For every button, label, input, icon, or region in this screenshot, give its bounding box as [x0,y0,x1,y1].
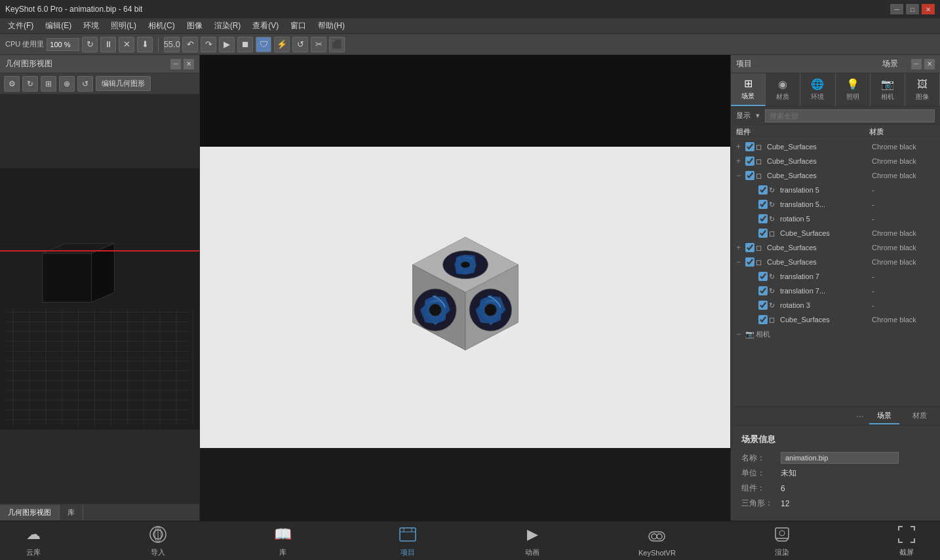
tree-row[interactable]: + ◻ Cube_Surfaces Chrome black [731,140,940,154]
tb-btn-3[interactable]: ▶ [219,37,235,52]
tb-btn-6[interactable]: ↺ [292,37,308,52]
tree-checkbox[interactable] [745,142,754,151]
right-panel-title-left: 项目 [736,58,752,69]
minimize-button[interactable]: ─ [890,4,903,14]
cpu-value[interactable] [47,38,79,51]
stop-button[interactable]: ✕ [119,37,134,52]
menu-edit[interactable]: 编辑(E) [40,19,77,33]
info-row-component: 组件： 6 [741,483,930,494]
tree-material: Chrome black [872,229,937,237]
add-icon[interactable]: + [736,157,745,166]
collapse-icon[interactable]: − [736,171,745,180]
tb-btn-7[interactable]: ✂ [311,37,326,52]
menu-render[interactable]: 渲染(R) [209,19,246,33]
bottom-action-project[interactable]: 项目 [385,524,431,557]
tb-btn-5[interactable]: ⚡ [274,37,290,52]
menu-camera[interactable]: 相机(C) [143,19,180,33]
tab-image[interactable]: 🖼 图像 [905,73,940,106]
tree-row[interactable]: ↻ translation 5 - [731,183,940,197]
tree-row[interactable]: ↻ translation 7 - [731,269,940,284]
geo-tab-view[interactable]: 几何图形视图 [0,505,60,520]
tree-row[interactable]: ◻ Cube_Surfaces Chrome black [731,226,940,240]
tree-checkbox[interactable] [745,257,754,267]
bottom-action-library[interactable]: ☁ 云库 [10,524,56,557]
tab-scene[interactable]: ⊞ 场景 [731,73,766,106]
tree-checkbox[interactable] [758,200,768,209]
menu-window[interactable]: 窗口 [285,19,311,33]
bottom-action-render[interactable]: 渲染 [759,524,805,557]
tree-row-camera[interactable]: − 📷 相机 [731,327,940,341]
tree-checkbox[interactable] [745,243,754,252]
menu-env[interactable]: 环境 [78,19,104,33]
display-dropdown[interactable]: ▾ [756,111,760,120]
add-icon[interactable]: + [736,243,745,252]
add-icon[interactable]: + [736,142,745,151]
animation-icon: ↻ [769,200,778,209]
tree-row[interactable]: ↻ rotation 3 - [731,298,940,312]
tree-row[interactable]: + ◻ Cube_Surfaces Chrome black [731,240,940,255]
tb-btn-4[interactable]: ⏹ [237,37,253,52]
camera-tab-label: 相机 [881,92,894,102]
geo-btn-view[interactable]: ⊞ [41,76,56,92]
close-button[interactable]: ✕ [922,4,935,14]
bottom-tab-scene[interactable]: 场景 [869,408,899,424]
tree-checkbox[interactable] [758,286,768,295]
tb-btn-1[interactable]: ↶ [182,37,198,52]
menu-help[interactable]: 帮助(H) [313,19,350,33]
title-bar: KeyShot 6.0 Pro - animation.bip - 64 bit… [0,0,940,18]
tab-environment[interactable]: 🌐 环境 [800,73,835,106]
bottom-tab-material[interactable]: 材质 [905,408,935,424]
geo-btn-reload[interactable]: ↺ [77,76,93,92]
bottom-action-animation[interactable]: ▶ 动画 [509,524,555,557]
right-panel-min[interactable]: ─ [911,59,922,69]
tree-checkbox[interactable] [758,301,768,310]
tree-checkbox[interactable] [745,157,754,166]
bottom-action-import[interactable]: 导入 [135,524,181,557]
tab-lighting[interactable]: 💡 照明 [836,73,871,106]
scene-name-input[interactable] [781,452,899,464]
tree-checkbox[interactable] [758,272,768,281]
tree-checkbox[interactable] [745,171,754,180]
panel-min-button[interactable]: ─ [170,59,181,69]
tb-btn-2[interactable]: ↷ [201,37,216,52]
tab-material[interactable]: ◉ 材质 [766,73,800,106]
keyshot-cube-display [390,222,541,373]
tree-checkbox[interactable] [758,185,768,195]
tree-row[interactable]: ◻ Cube_Surfaces Chrome black [731,312,940,327]
geo-btn-rotate[interactable]: ↻ [22,76,38,92]
tb-btn-shield[interactable]: 🛡 [256,37,271,52]
menu-view[interactable]: 查看(V) [247,19,284,33]
geo-btn-settings[interactable]: ⚙ [4,76,20,92]
tree-row[interactable]: ↻ rotation 5 - [731,212,940,226]
menu-file[interactable]: 文件(F) [3,19,39,33]
speed-box[interactable]: 55.0 [164,37,180,52]
tree-checkbox[interactable] [758,229,768,238]
tree-row[interactable]: ↻ translation 5... - [731,197,940,212]
bottom-action-screenshot[interactable]: 截屏 [884,524,930,557]
tree-checkbox[interactable] [758,214,768,223]
geo-tab-library[interactable]: 库 [60,505,83,520]
tb-btn-8[interactable]: ⬛ [329,37,345,52]
collapse-icon[interactable]: − [736,257,745,267]
menu-image[interactable]: 图像 [182,19,208,33]
tree-checkbox[interactable] [758,315,768,324]
panel-close-button[interactable]: ✕ [184,59,194,69]
bottom-action-keyshotvr[interactable]: KeyShotVR [634,525,680,557]
tab-camera[interactable]: 📷 相机 [871,73,905,106]
tree-row[interactable]: + ◻ Cube_Surfaces Chrome black [731,154,940,168]
down-button[interactable]: ⬇ [137,37,153,52]
search-input[interactable] [765,109,935,122]
dots-icon[interactable]: ··· [856,411,864,421]
bottom-action-lib[interactable]: 📖 库 [260,524,306,557]
menu-lighting[interactable]: 照明(L) [106,19,142,33]
tree-row[interactable]: ↻ translation 7... - [731,284,940,298]
tree-row[interactable]: − ◻ Cube_Surfaces Chrome black [731,255,940,269]
window-controls[interactable]: ─ □ ✕ [890,4,935,14]
tree-row[interactable]: − ◻ Cube_Surfaces Chrome black [731,168,940,183]
maximize-button[interactable]: □ [906,4,919,14]
geo-btn-add[interactable]: ⊕ [59,76,75,92]
play-button[interactable]: ↻ [82,37,98,52]
right-panel-close[interactable]: ✕ [924,59,935,69]
edit-geo-button[interactable]: 编辑几何图形 [96,76,151,91]
pause-button[interactable]: ⏸ [100,37,116,52]
